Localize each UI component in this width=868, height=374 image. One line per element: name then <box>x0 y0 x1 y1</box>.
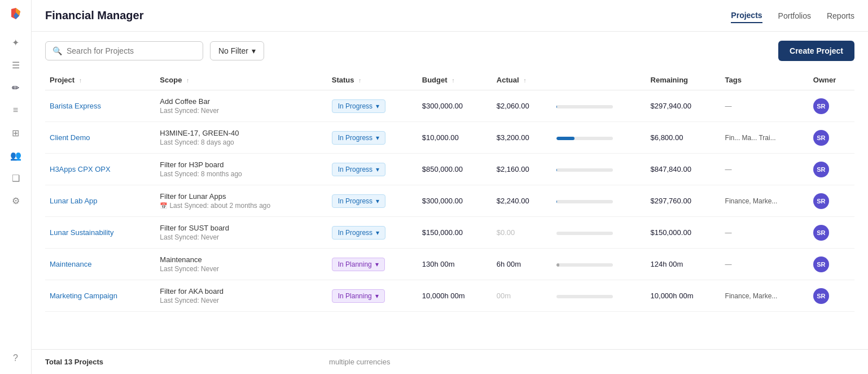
cell-remaining: 124h 00m <box>646 249 721 280</box>
cell-status: In Progress ▾ <box>327 90 418 122</box>
avatar: SR <box>813 225 829 241</box>
cell-owner: SR <box>809 90 854 122</box>
sidebar-icon-edit[interactable]: ✏ <box>7 79 25 97</box>
cell-budget: $300,000.00 <box>418 185 492 217</box>
table-row: Lunar Lab App Filter for Lunar Apps 📅 La… <box>45 185 854 217</box>
sidebar-icon-grid[interactable]: ⊞ <box>7 124 25 142</box>
col-status[interactable]: Status ↑ <box>327 70 418 90</box>
cell-scope: Add Coffee Bar Last Synced: Never <box>155 90 327 122</box>
cell-project: Lunar Sustainability <box>45 217 155 249</box>
cell-actual: $2,060.00 <box>492 90 552 122</box>
filter-button[interactable]: No Filter ▾ <box>210 41 264 60</box>
cell-progress <box>552 122 646 154</box>
status-badge[interactable]: In Planning ▾ <box>332 289 385 303</box>
table-row: Barista Express Add Coffee Bar Last Sync… <box>45 90 854 122</box>
cell-status: In Progress ▾ <box>327 122 418 154</box>
cell-scope: Filter for SUST board Last Synced: Never <box>155 217 327 249</box>
sidebar-icon-sparkle[interactable]: ✦ <box>7 33 25 51</box>
project-link[interactable]: H3Apps CPX OPX <box>50 165 111 173</box>
col-scope[interactable]: Scope ↑ <box>155 70 327 90</box>
progress-bar <box>556 168 613 172</box>
header: Financial Manager Projects Portfolios Re… <box>32 0 868 32</box>
status-badge[interactable]: In Planning ▾ <box>332 258 385 271</box>
progress-bar <box>556 263 613 267</box>
sidebar-icon-people[interactable]: 👥 <box>7 146 25 164</box>
cell-owner: SR <box>809 185 854 217</box>
cell-budget: $850,000.00 <box>418 154 492 185</box>
search-box[interactable]: 🔍 <box>45 41 203 60</box>
nav-reports[interactable]: Reports <box>827 9 854 23</box>
chevron-down-icon: ▾ <box>376 102 379 110</box>
create-project-button[interactable]: Create Project <box>778 41 854 61</box>
project-link[interactable]: Lunar Lab App <box>50 197 98 205</box>
table-header-row: Project ↑ Scope ↑ Status ↑ Budget ↑ Actu… <box>45 70 854 90</box>
toolbar: 🔍 No Filter ▾ Create Project <box>32 32 868 70</box>
cell-owner: SR <box>809 154 854 185</box>
search-icon: 🔍 <box>52 46 62 55</box>
projects-table-container: Project ↑ Scope ↑ Status ↑ Budget ↑ Actu… <box>32 70 868 349</box>
avatar: SR <box>813 130 829 146</box>
table-footer: Total 13 Projects multiple currencies <box>32 349 868 374</box>
col-remaining: Remaining <box>646 70 721 90</box>
cell-project: Barista Express <box>45 90 155 122</box>
status-badge[interactable]: In Progress ▾ <box>332 131 385 145</box>
cell-remaining: $297,760.00 <box>646 185 721 217</box>
project-link[interactable]: Maintenance <box>50 260 91 268</box>
cell-actual: $3,200.00 <box>492 122 552 154</box>
cell-scope: Filter for AKA board Last Synced: Never <box>155 280 327 312</box>
cell-tags: Finance, Marke... <box>721 280 809 312</box>
cell-project: Marketing Campaign <box>45 280 155 312</box>
progress-bar <box>556 137 613 140</box>
cell-owner: SR <box>809 280 854 312</box>
cell-project: Lunar Lab App <box>45 185 155 217</box>
project-link[interactable]: Lunar Sustainability <box>50 228 113 237</box>
filter-label: No Filter <box>218 46 248 55</box>
sidebar-icon-help[interactable]: ? <box>7 349 25 367</box>
main-content: Financial Manager Projects Portfolios Re… <box>32 0 868 374</box>
sidebar-icon-menu[interactable]: ≡ <box>7 101 25 119</box>
nav-projects[interactable]: Projects <box>731 8 762 23</box>
avatar: SR <box>813 193 829 209</box>
progress-bar <box>556 232 613 235</box>
project-link[interactable]: Client Demo <box>50 133 90 142</box>
cell-actual: $2,240.00 <box>492 185 552 217</box>
cell-tags: Finance, Marke... <box>721 185 809 217</box>
status-badge[interactable]: In Progress ▾ <box>332 194 385 208</box>
cell-progress <box>552 154 646 185</box>
col-budget[interactable]: Budget ↑ <box>418 70 492 90</box>
status-badge[interactable]: In Progress ▾ <box>332 99 385 113</box>
chevron-down-icon: ▾ <box>376 229 379 237</box>
cell-progress <box>552 217 646 249</box>
sidebar-icon-settings[interactable]: ⚙ <box>7 192 25 210</box>
col-owner: Owner <box>809 70 854 90</box>
project-link[interactable]: Barista Express <box>50 102 101 110</box>
cell-progress <box>552 280 646 312</box>
sidebar-icon-list[interactable]: ☰ <box>7 56 25 74</box>
nav-portfolios[interactable]: Portfolios <box>778 9 811 23</box>
cell-budget: $150,000.00 <box>418 217 492 249</box>
status-badge[interactable]: In Progress ▾ <box>332 226 385 240</box>
table-row: H3Apps CPX OPX Filter for H3P board Last… <box>45 154 854 185</box>
col-project[interactable]: Project ↑ <box>45 70 155 90</box>
cell-scope: H3MINE-17, GREEN-40 Last Synced: 8 days … <box>155 122 327 154</box>
cell-tags: — <box>721 249 809 280</box>
status-badge[interactable]: In Progress ▾ <box>332 163 385 176</box>
sidebar-icon-box[interactable]: ❑ <box>7 169 25 187</box>
app-logo[interactable] <box>8 7 24 24</box>
cell-scope: Maintenance Last Synced: Never <box>155 249 327 280</box>
search-input[interactable] <box>67 46 196 55</box>
table-row: Lunar Sustainability Filter for SUST boa… <box>45 217 854 249</box>
cell-remaining: $847,840.00 <box>646 154 721 185</box>
chevron-down-icon: ▾ <box>376 166 379 173</box>
cell-owner: SR <box>809 217 854 249</box>
col-progress-bar <box>552 70 646 90</box>
chevron-down-icon: ▾ <box>376 197 379 205</box>
chevron-down-icon: ▾ <box>375 292 379 300</box>
cell-project: H3Apps CPX OPX <box>45 154 155 185</box>
cell-status: In Progress ▾ <box>327 154 418 185</box>
app-title: Financial Manager <box>45 9 144 22</box>
project-link[interactable]: Marketing Campaign <box>50 292 117 300</box>
chevron-down-icon: ▾ <box>252 46 256 55</box>
col-actual[interactable]: Actual ↑ <box>492 70 552 90</box>
cell-status: In Planning ▾ <box>327 249 418 280</box>
